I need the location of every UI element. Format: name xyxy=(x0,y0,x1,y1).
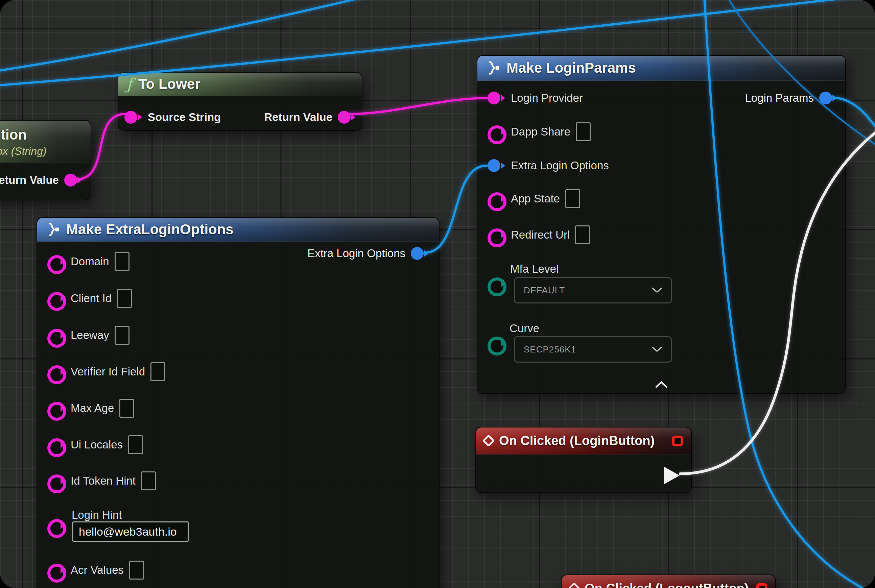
node-to-lower[interactable]: ƒ To Lower Source String Return Value xyxy=(118,72,362,131)
exec-output-pin[interactable] xyxy=(664,466,680,484)
extra-login-options-input-pin[interactable] xyxy=(487,159,505,172)
pin-row-id-token-hint: Id Token Hint xyxy=(47,470,156,492)
login-hint-input[interactable]: hello@web3auth.io xyxy=(72,521,189,542)
pin-row-return-value-partial: eturn Value xyxy=(0,169,82,191)
extra-login-options-output-row: Extra Login Options xyxy=(307,243,429,264)
make-login-params-header[interactable]: Make LoginParams xyxy=(477,56,845,81)
id-token-hint-value-box[interactable] xyxy=(141,471,156,490)
node-on-clicked-login-button[interactable]: On Clicked (LoginButton) xyxy=(475,427,692,493)
delegate-output-pin[interactable] xyxy=(672,436,683,446)
verifier-id-field-label: Verifier Id Field xyxy=(71,365,145,378)
acr-values-pin[interactable] xyxy=(47,564,65,576)
acr-values-label: Acr Values xyxy=(71,564,124,576)
on-clicked-logout-title: On Clicked (LogoutButton) xyxy=(585,581,749,588)
login-hint-label: Login Hint xyxy=(72,508,122,521)
make-struct-icon xyxy=(45,222,60,237)
redirect-url-value-box[interactable] xyxy=(575,225,590,244)
pin-row-app-state: App State xyxy=(487,188,580,210)
client-id-label: Client Id xyxy=(71,292,111,305)
node-make-extra-login-options[interactable]: Make ExtraLoginOptions Extra Login Optio… xyxy=(36,217,439,588)
verifier-id-field-pin[interactable] xyxy=(47,365,65,378)
pin-row-client-id: Client Id xyxy=(47,288,132,309)
acr-values-value-box[interactable] xyxy=(129,561,144,579)
pin-row-login-provider: Login Provider xyxy=(487,87,583,109)
max-age-label: Max Age xyxy=(71,402,114,415)
redirect-url-label: Redirect Url xyxy=(511,228,570,241)
login-provider-pin[interactable] xyxy=(487,92,505,104)
mfa-level-value: DEFAULT xyxy=(524,285,565,296)
dapp-share-pin[interactable] xyxy=(487,125,505,138)
node-partial-subtitle-fragment: ox (String) xyxy=(0,145,47,158)
node-on-clicked-logout-button[interactable]: On Clicked (LogoutButton) xyxy=(561,574,776,588)
string-output-pin[interactable] xyxy=(64,174,82,186)
curve-value: SECP256K1 xyxy=(524,344,576,355)
node-make-login-params[interactable]: Make LoginParams Login Params Login Prov… xyxy=(477,55,846,394)
on-clicked-login-header[interactable]: On Clicked (LoginButton) xyxy=(476,428,691,454)
app-state-label: App State xyxy=(511,192,560,205)
node-partial-title-fragment: tion xyxy=(1,127,27,143)
curve-label: Curve xyxy=(510,322,539,335)
pin-row-domain: Domain xyxy=(47,251,129,272)
make-extra-login-options-title: Make ExtraLoginOptions xyxy=(66,221,234,238)
leeway-label: Leeway xyxy=(71,329,109,342)
event-diamond-icon xyxy=(483,435,495,447)
id-token-hint-label: Id Token Hint xyxy=(71,474,135,487)
extra-login-options-output-pin[interactable] xyxy=(411,247,429,260)
chevron-down-icon xyxy=(652,288,662,293)
curve-dropdown[interactable]: SECP256K1 xyxy=(514,336,672,363)
curve-pin[interactable] xyxy=(487,337,505,350)
domain-value-box[interactable] xyxy=(114,252,129,271)
source-string-pin[interactable] xyxy=(125,111,142,124)
mfa-level-dropdown[interactable]: DEFAULT xyxy=(514,277,672,303)
return-value-pin[interactable] xyxy=(338,111,356,124)
login-params-output-pin[interactable] xyxy=(819,92,837,104)
pin-row-ui-locales: Ui Locales xyxy=(47,434,143,456)
pin-row-verifier-id-field: Verifier Id Field xyxy=(47,361,165,382)
collapse-node-button[interactable] xyxy=(654,381,668,390)
extra-login-options-input-label: Extra Login Options xyxy=(511,159,609,172)
return-value-label: Return Value xyxy=(264,111,332,124)
login-hint-pin[interactable] xyxy=(47,519,65,532)
ui-locales-value-box[interactable] xyxy=(128,435,143,454)
extra-login-options-output-label: Extra Login Options xyxy=(307,247,405,260)
login-params-output-label: Login Params xyxy=(745,92,814,104)
chevron-down-icon xyxy=(652,347,662,352)
app-state-value-box[interactable] xyxy=(565,189,580,208)
wire-background-blue-a[interactable] xyxy=(0,0,368,71)
verifier-id-field-value-box[interactable] xyxy=(150,362,165,381)
leeway-pin[interactable] xyxy=(47,329,65,342)
client-id-pin[interactable] xyxy=(47,292,65,305)
mfa-level-pin[interactable] xyxy=(487,278,505,290)
dapp-share-value-box[interactable] xyxy=(576,122,591,141)
max-age-value-box[interactable] xyxy=(119,399,134,418)
login-params-output-row: Login Params xyxy=(745,87,837,109)
max-age-pin[interactable] xyxy=(47,402,65,415)
login-provider-label: Login Provider xyxy=(511,92,583,104)
app-state-pin[interactable] xyxy=(487,192,505,205)
redirect-url-pin[interactable] xyxy=(487,228,505,241)
return-value-label: eturn Value xyxy=(0,174,59,186)
pure-function-icon: ƒ xyxy=(126,76,132,92)
mfa-level-label: Mfa Level xyxy=(510,262,559,275)
pin-row-acr-values: Acr Values xyxy=(47,559,144,581)
make-struct-icon xyxy=(486,60,501,75)
on-clicked-logout-header[interactable]: On Clicked (LogoutButton) xyxy=(562,575,775,588)
to-lower-header[interactable]: ƒ To Lower xyxy=(118,73,362,96)
return-value-row: Return Value xyxy=(264,106,356,128)
domain-pin[interactable] xyxy=(47,255,65,268)
id-token-hint-pin[interactable] xyxy=(47,474,65,487)
blueprint-graph-canvas[interactable]: tion ox (String) eturn Value ƒ To Lower … xyxy=(0,0,875,588)
ui-locales-label: Ui Locales xyxy=(71,438,123,451)
delegate-output-pin[interactable] xyxy=(756,583,767,588)
leeway-value-box[interactable] xyxy=(114,326,129,345)
client-id-value-box[interactable] xyxy=(117,289,132,308)
wire-tolower-to-loginprovider[interactable] xyxy=(347,98,487,114)
pin-row-max-age: Max Age xyxy=(47,398,134,419)
make-extra-login-options-header[interactable]: Make ExtraLoginOptions xyxy=(37,218,439,242)
pin-row-redirect-url: Redirect Url xyxy=(487,224,590,246)
pin-row-leeway: Leeway xyxy=(47,324,129,346)
on-clicked-login-title: On Clicked (LoginButton) xyxy=(499,434,654,448)
ui-locales-pin[interactable] xyxy=(47,438,65,451)
node-partial-string-source[interactable]: tion ox (String) eturn Value xyxy=(0,120,91,200)
chevron-up-icon xyxy=(654,381,668,388)
